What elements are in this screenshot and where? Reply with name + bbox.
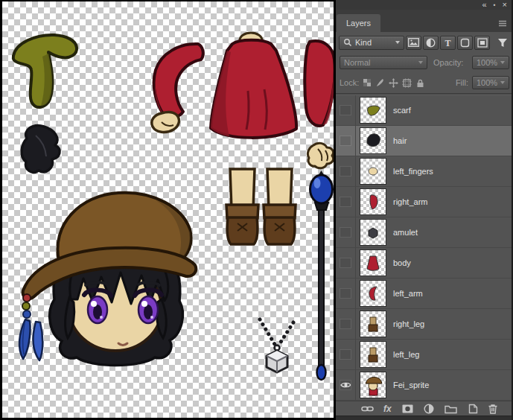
filter-type-layers-button[interactable]: T [440, 36, 456, 50]
layer-name: amulet [393, 228, 418, 237]
sprite-staff [310, 171, 333, 380]
fill-select[interactable]: 100% [472, 76, 509, 89]
visibility-column [336, 370, 356, 400]
visibility-toggle[interactable] [340, 288, 351, 299]
sprite-right-arm [305, 41, 334, 126]
visibility-toggle[interactable] [340, 380, 351, 390]
layer-name: right_leg [393, 319, 424, 328]
layer-row-body[interactable]: body [336, 248, 513, 279]
new-layer-icon[interactable] [467, 404, 478, 414]
panel-window-bar: « ▪ × [336, 0, 513, 10]
close-icon[interactable]: × [503, 1, 507, 9]
filter-shape-layers-button[interactable] [457, 36, 473, 50]
svg-text:T: T [445, 38, 450, 48]
sprite-right-leg [226, 169, 258, 244]
blend-mode-select[interactable]: Normal [340, 56, 427, 69]
visibility-column [336, 309, 356, 339]
layer-thumbnail[interactable] [360, 249, 386, 276]
lock-label: Lock: [340, 78, 359, 87]
chevron-down-icon [500, 81, 505, 84]
lock-artboard-icon[interactable] [402, 78, 412, 88]
layer-row-right-arm[interactable]: right_arm [336, 187, 513, 217]
filter-smart-objects-button[interactable] [474, 36, 490, 50]
panel-menu-icon[interactable] [498, 16, 507, 30]
visibility-column [336, 95, 356, 125]
layer-filter-row: Kind T [336, 32, 513, 53]
tab-layers-label: Layers [346, 19, 371, 28]
kind-filter-select[interactable]: Kind [339, 36, 404, 50]
opacity-label: Opacity: [433, 58, 463, 67]
visibility-column [336, 340, 356, 369]
new-adjustment-layer-icon[interactable] [424, 404, 435, 414]
fill-value: 100% [477, 78, 497, 87]
layer-thumbnail[interactable] [360, 127, 386, 154]
visibility-column [336, 248, 356, 278]
opacity-select[interactable]: 100% [472, 56, 509, 69]
layer-row-hair[interactable]: hair [336, 126, 513, 156]
layer-row-left-leg[interactable]: left_leg [336, 340, 513, 370]
panel-tab-bar: Layers [336, 10, 513, 32]
filtering-toggle-icon[interactable] [497, 38, 508, 48]
application-window: « ▪ × Layers Kind [0, 0, 513, 420]
sprite-body [211, 33, 296, 138]
new-group-folder-icon[interactable] [445, 404, 457, 414]
layer-row-left-fingers[interactable]: left_fingers [336, 156, 513, 187]
layer-row-right-leg[interactable]: right_leg [336, 309, 513, 340]
lock-pixels-brush-icon[interactable] [375, 78, 385, 88]
visibility-column [336, 279, 356, 308]
layer-name: left_arm [393, 289, 423, 298]
layer-thumbnail[interactable] [360, 219, 386, 246]
lock-position-move-icon[interactable] [389, 78, 398, 88]
layers-bottom-toolbar: fx [336, 401, 513, 416]
visibility-toggle[interactable] [340, 166, 351, 176]
layer-thumbnail[interactable] [360, 341, 386, 368]
sprite-left-leg [264, 169, 296, 244]
sprite-amulet [260, 319, 293, 372]
layer-thumbnail[interactable] [360, 311, 386, 337]
layer-thumbnail[interactable] [360, 188, 386, 215]
chevron-down-icon [418, 61, 423, 64]
layer-thumbnail[interactable] [360, 372, 386, 398]
sprite-artwork [2, 1, 334, 418]
layer-name: body [393, 258, 411, 267]
filter-pixel-layers-button[interactable] [406, 36, 421, 50]
layer-row-fei-sprite[interactable]: Fei_sprite [336, 370, 513, 401]
filter-adjustment-layers-button[interactable] [423, 36, 439, 50]
link-layers-icon[interactable] [361, 404, 374, 414]
delete-layer-trash-icon[interactable] [488, 404, 498, 414]
layer-thumbnail[interactable] [360, 158, 386, 185]
layer-styles-fx-icon[interactable]: fx [383, 404, 392, 413]
add-layer-mask-icon[interactable] [401, 404, 414, 414]
restore-icon[interactable]: ▪ [494, 1, 496, 9]
visibility-toggle[interactable] [340, 136, 351, 146]
sprite-scarf [13, 35, 77, 107]
collapse-panels-icon[interactable]: « [482, 1, 487, 9]
lock-transparency-icon[interactable] [363, 78, 372, 87]
transparency-checkerboard [2, 1, 334, 418]
visibility-toggle[interactable] [340, 105, 351, 115]
layer-row-amulet[interactable]: amulet [336, 217, 513, 248]
document-canvas[interactable] [0, 0, 336, 420]
fill-label: Fill: [456, 78, 468, 87]
eye-icon [340, 381, 351, 389]
layer-row-left-arm[interactable]: left_arm [336, 279, 513, 309]
visibility-toggle[interactable] [340, 227, 351, 238]
blend-mode-value: Normal [344, 58, 370, 67]
layer-thumbnail[interactable] [360, 280, 386, 307]
layer-name: scarf [393, 106, 411, 115]
visibility-toggle[interactable] [340, 258, 351, 268]
layer-row-scarf[interactable]: scarf [336, 95, 513, 126]
chevron-down-icon [500, 61, 505, 64]
visibility-column [336, 187, 356, 217]
visibility-toggle[interactable] [340, 319, 351, 329]
blend-row: Normal Opacity: 100% [336, 53, 513, 72]
layer-list: scarf hair left_fingers [336, 95, 513, 401]
layers-panel: « ▪ × Layers Kind [336, 0, 513, 420]
chevron-down-icon [395, 41, 400, 44]
tab-layers[interactable]: Layers [337, 14, 380, 32]
visibility-toggle[interactable] [340, 197, 351, 207]
lock-all-padlock-icon[interactable] [415, 78, 425, 88]
visibility-column [336, 217, 356, 247]
visibility-toggle[interactable] [340, 349, 351, 360]
layer-thumbnail[interactable] [360, 97, 386, 124]
